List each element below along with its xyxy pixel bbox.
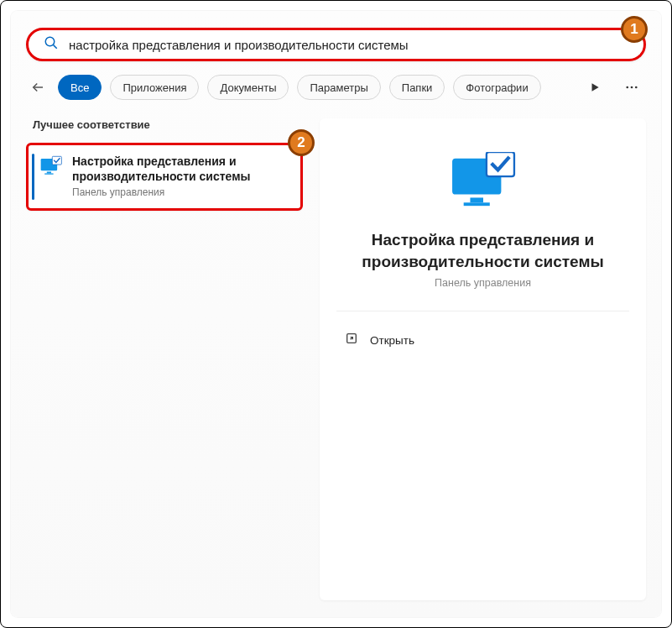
svg-point-5 — [631, 86, 633, 89]
preview-pane: Настройка представления и производительн… — [320, 118, 646, 600]
search-bar-wrap: 1 — [26, 28, 646, 61]
filter-chip-folders[interactable]: Папки — [389, 75, 445, 100]
result-subtitle: Панель управления — [72, 186, 289, 198]
annotation-badge-2: 2 — [288, 129, 315, 156]
svg-rect-12 — [470, 197, 483, 202]
pane-subtitle: Панель управления — [435, 277, 531, 289]
svg-rect-8 — [47, 172, 51, 174]
svg-point-6 — [635, 86, 638, 89]
filter-chip-photos[interactable]: Фотографии — [453, 75, 540, 100]
pane-title: Настройка представления и производительн… — [336, 229, 629, 272]
open-label: Открыть — [370, 334, 414, 347]
search-input[interactable] — [69, 38, 628, 52]
filter-chip-all[interactable]: Все — [58, 75, 102, 100]
more-button[interactable] — [617, 75, 646, 100]
results-column: Лучшее соответствие Настрой — [26, 118, 303, 600]
svg-marker-3 — [592, 83, 599, 91]
open-icon — [345, 332, 358, 348]
filter-chip-documents[interactable]: Документы — [207, 75, 289, 100]
filter-chip-settings[interactable]: Параметры — [297, 75, 380, 100]
best-match-label: Лучшее соответствие — [26, 118, 303, 131]
result-text: Настройка представления и производительн… — [72, 154, 289, 198]
filter-chip-apps[interactable]: Приложения — [110, 75, 199, 100]
svg-rect-9 — [44, 173, 53, 174]
search-window: 1 Все Приложения Документы Параметры Пап… — [11, 11, 661, 617]
result-title: Настройка представления и производительн… — [72, 154, 289, 184]
search-icon — [44, 35, 59, 54]
search-result-item[interactable]: Настройка представления и производительн… — [26, 143, 303, 211]
search-bar[interactable] — [26, 28, 646, 61]
divider — [336, 311, 629, 311]
open-action[interactable]: Открыть — [336, 327, 629, 353]
filter-row: Все Приложения Документы Параметры Папки… — [26, 75, 646, 100]
svg-point-0 — [45, 37, 55, 46]
svg-rect-13 — [463, 202, 489, 206]
annotation-badge-1: 1 — [621, 16, 648, 43]
monitor-check-icon — [40, 155, 62, 177]
selection-accent — [32, 154, 34, 200]
monitor-check-icon-large — [451, 152, 516, 214]
svg-line-1 — [54, 45, 57, 49]
main-columns: Лучшее соответствие Настрой — [26, 118, 646, 600]
svg-point-4 — [626, 86, 628, 89]
back-button[interactable] — [26, 76, 49, 99]
play-button[interactable] — [581, 75, 609, 100]
